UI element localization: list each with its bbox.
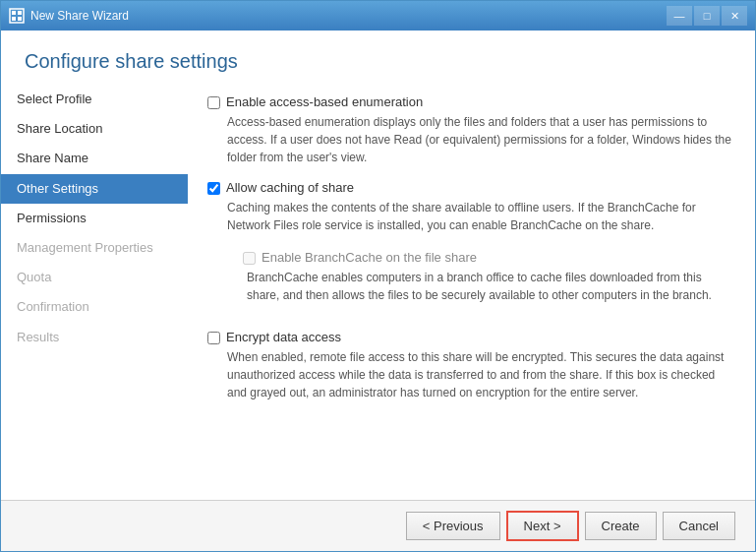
caching-row: Allow caching of share [207,180,731,195]
enumeration-label[interactable]: Enable access-based enumeration [226,94,423,109]
maximize-button[interactable]: □ [694,6,720,26]
branchcache-description: BranchCache enables computers in a branc… [247,269,731,304]
enumeration-checkbox[interactable] [207,96,220,109]
sidebar-item-permissions[interactable]: Permissions [1,204,188,233]
title-bar-controls: — □ ✕ [667,6,747,26]
create-button[interactable]: Create [585,512,657,540]
encrypt-row: Encrypt data access [207,330,731,344]
minimize-button[interactable]: — [667,6,692,26]
svg-rect-2 [18,11,22,15]
close-button[interactable]: ✕ [722,6,747,26]
sidebar-item-share-location[interactable]: Share Location [1,114,188,144]
encrypt-section: Encrypt data access When enabled, remote… [207,330,731,401]
svg-rect-1 [12,11,16,15]
sidebar-item-share-name[interactable]: Share Name [1,144,188,173]
main-body: Select Profile Share Location Share Name… [1,85,755,500]
encrypt-checkbox[interactable] [207,332,220,344]
caching-description: Caching makes the contents of the share … [227,199,731,234]
branchcache-checkbox[interactable] [243,252,256,265]
caching-section: Allow caching of share Caching makes the… [207,180,731,316]
form-area: Enable access-based enumeration Access-b… [188,85,755,500]
title-bar: New Share Wizard — □ ✕ [1,1,755,31]
branchcache-label[interactable]: Enable BranchCache on the file share [262,250,477,265]
page-title: Configure share settings [1,31,755,85]
sidebar-item-management-properties: Management Properties [1,233,188,263]
branchcache-row: Enable BranchCache on the file share [243,250,731,265]
sidebar-item-quota: Quota [1,263,188,292]
encrypt-description: When enabled, remote file access to this… [227,348,731,401]
footer: < Previous Next > Create Cancel [1,500,755,551]
svg-rect-4 [18,17,22,21]
app-icon [9,8,25,24]
sidebar-item-confirmation: Confirmation [1,292,188,322]
branchcache-section: Enable BranchCache on the file share Bra… [227,242,731,316]
previous-button[interactable]: < Previous [406,512,500,540]
svg-rect-3 [12,17,16,21]
caching-checkbox[interactable] [207,182,220,195]
caching-label[interactable]: Allow caching of share [226,180,354,195]
content-area: Configure share settings Select Profile … [1,31,755,500]
enumeration-description: Access-based enumeration displays only t… [227,113,731,166]
sidebar-item-select-profile[interactable]: Select Profile [1,85,188,114]
sidebar-item-other-settings[interactable]: Other Settings [1,174,188,204]
window-title: New Share Wizard [30,9,129,23]
main-window: New Share Wizard — □ ✕ Configure share s… [0,0,756,552]
sidebar: Select Profile Share Location Share Name… [1,85,188,500]
cancel-button[interactable]: Cancel [663,512,735,540]
encrypt-label[interactable]: Encrypt data access [226,330,341,344]
next-button[interactable]: Next > [506,511,579,541]
enumeration-row: Enable access-based enumeration [207,94,731,109]
enumeration-section: Enable access-based enumeration Access-b… [207,94,731,166]
sidebar-item-results: Results [1,323,188,352]
title-bar-left: New Share Wizard [9,8,129,24]
